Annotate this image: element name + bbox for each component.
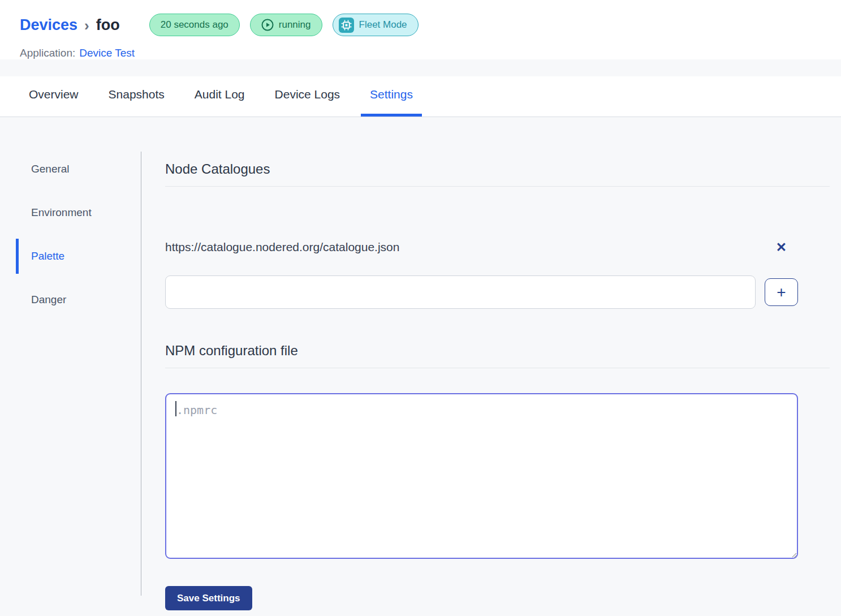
close-icon: ✕	[776, 240, 787, 255]
breadcrumb: Devices › foo	[20, 16, 120, 34]
mode-badge: Fleet Mode	[333, 14, 419, 36]
new-catalogue-input[interactable]	[165, 275, 756, 309]
last-seen-label: 20 seconds ago	[161, 19, 228, 31]
mode-label: Fleet Mode	[359, 19, 407, 31]
tab-snapshots[interactable]: Snapshots	[100, 76, 174, 117]
node-catalogues-title: Node Catalogues	[165, 159, 830, 187]
application-label: Application:	[20, 47, 75, 59]
tab-settings[interactable]: Settings	[361, 76, 422, 117]
sidebar-item-palette[interactable]: Palette	[0, 239, 141, 274]
remove-catalogue-button[interactable]: ✕	[765, 241, 798, 254]
npm-config-title: NPM configuration file	[165, 341, 830, 368]
settings-sidebar: General Environment Palette Danger	[0, 152, 141, 596]
status-badge: running	[250, 14, 322, 36]
last-seen-badge: 20 seconds ago	[149, 14, 240, 36]
save-settings-button[interactable]: Save Settings	[165, 586, 252, 610]
npmrc-textarea[interactable]	[165, 393, 798, 559]
sidebar-item-danger[interactable]: Danger	[0, 282, 141, 317]
text-cursor	[175, 401, 176, 416]
tab-audit-log[interactable]: Audit Log	[186, 76, 254, 117]
breadcrumb-devices-link[interactable]: Devices	[20, 16, 77, 34]
settings-content: General Environment Palette Danger Node …	[0, 117, 841, 613]
tab-overview[interactable]: Overview	[20, 76, 88, 117]
catalogue-url: https://catalogue.nodered.org/catalogue.…	[165, 240, 765, 254]
tab-bar: Overview Snapshots Audit Log Device Logs…	[0, 76, 841, 117]
chip-icon	[339, 18, 354, 33]
plus-icon: +	[777, 283, 786, 301]
sidebar-item-environment[interactable]: Environment	[0, 195, 141, 230]
play-circle-icon	[261, 19, 274, 31]
palette-settings-panel: Node Catalogues https://catalogue.nodere…	[165, 152, 830, 596]
application-link[interactable]: Device Test	[79, 47, 135, 59]
add-catalogue-row: +	[165, 275, 798, 309]
sidebar-item-general[interactable]: General	[0, 152, 141, 187]
add-catalogue-button[interactable]: +	[765, 278, 798, 306]
page-header: Devices › foo 20 seconds ago running	[0, 0, 841, 59]
tab-device-logs[interactable]: Device Logs	[266, 76, 350, 117]
catalogue-entry-row: https://catalogue.nodered.org/catalogue.…	[165, 240, 798, 254]
breadcrumb-device-name: foo	[96, 16, 120, 34]
chevron-right-icon: ›	[84, 17, 89, 33]
status-label: running	[279, 19, 311, 31]
